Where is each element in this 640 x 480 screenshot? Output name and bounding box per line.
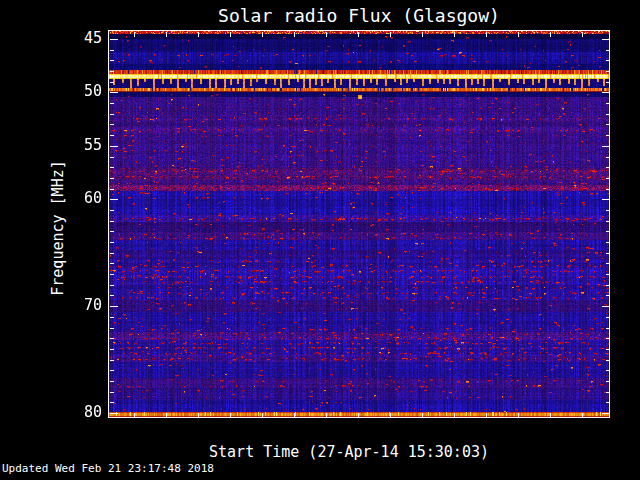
chart-title: Solar radio Flux (Glasgow): [108, 5, 610, 26]
x-axis-label: Start Time (27-Apr-14 15:30:03): [98, 443, 600, 461]
tick-mark: [166, 413, 167, 418]
tick-mark: [110, 103, 114, 104]
y-tick-label: 45: [56, 30, 102, 46]
tick-mark: [606, 135, 610, 136]
tick-mark: [110, 178, 114, 179]
y-tick-label: 60: [56, 190, 102, 206]
spectrogram-canvas: [109, 31, 609, 417]
tick-mark: [606, 274, 610, 275]
tick-mark: [606, 60, 610, 61]
tick-mark: [390, 32, 391, 37]
tick-mark: [110, 167, 114, 168]
tick-mark: [326, 32, 327, 37]
tick-mark: [294, 32, 295, 37]
tick-mark: [390, 413, 391, 418]
tick-mark: [326, 413, 327, 418]
tick-mark: [606, 103, 610, 104]
tick-mark: [582, 32, 583, 37]
tick-mark: [606, 253, 610, 254]
tick-mark: [454, 413, 455, 418]
tick-mark: [422, 32, 423, 37]
tick-mark: [358, 32, 359, 37]
tick-mark: [198, 32, 199, 37]
tick-mark: [110, 135, 114, 136]
tick-mark: [110, 263, 114, 264]
tick-mark: [486, 413, 487, 418]
tick-mark: [606, 82, 610, 83]
tick-mark: [422, 413, 423, 418]
tick-mark: [110, 370, 114, 371]
tick-mark: [110, 124, 114, 125]
tick-mark: [110, 328, 114, 329]
tick-mark: [606, 242, 610, 243]
tick-mark: [606, 263, 610, 264]
tick-mark: [134, 413, 135, 418]
tick-mark: [294, 413, 295, 418]
tick-mark: [606, 50, 610, 51]
tick-mark: [606, 285, 610, 286]
updated-timestamp: Updated Wed Feb 21 23:17:48 2018: [2, 462, 214, 475]
tick-mark: [110, 295, 114, 296]
tick-mark: [110, 189, 114, 190]
tick-mark: [606, 167, 610, 168]
tick-mark: [606, 71, 610, 72]
tick-mark: [110, 210, 114, 211]
tick-mark: [602, 92, 610, 93]
plot-area: [108, 30, 610, 418]
spectrogram-page: { "page": { "background": "#000000", "fr…: [0, 0, 640, 480]
tick-mark: [602, 199, 610, 200]
tick-mark: [606, 402, 610, 403]
tick-mark: [110, 50, 114, 51]
tick-mark: [110, 114, 114, 115]
tick-mark: [110, 285, 114, 286]
tick-mark: [110, 274, 114, 275]
tick-mark: [262, 32, 263, 37]
tick-mark: [110, 349, 114, 350]
tick-mark: [198, 413, 199, 418]
tick-mark: [606, 157, 610, 158]
tick-mark: [582, 413, 583, 418]
y-tick-label: 70: [56, 297, 102, 313]
tick-mark: [606, 231, 610, 232]
tick-mark: [110, 60, 114, 61]
y-tick-label: 50: [56, 83, 102, 99]
tick-mark: [110, 392, 114, 393]
tick-mark: [602, 413, 610, 414]
tick-mark: [110, 306, 118, 307]
tick-mark: [110, 338, 114, 339]
tick-mark: [262, 413, 263, 418]
tick-mark: [134, 32, 135, 37]
y-axis-label: Frequency [MHz]: [49, 160, 67, 295]
tick-mark: [230, 32, 231, 37]
tick-mark: [606, 178, 610, 179]
tick-mark: [606, 295, 610, 296]
tick-mark: [358, 413, 359, 418]
tick-mark: [110, 253, 114, 254]
tick-mark: [606, 210, 610, 211]
tick-mark: [606, 381, 610, 382]
tick-mark: [230, 413, 231, 418]
tick-mark: [606, 370, 610, 371]
tick-mark: [606, 124, 610, 125]
tick-mark: [110, 231, 114, 232]
tick-mark: [110, 221, 114, 222]
tick-mark: [550, 32, 551, 37]
tick-mark: [110, 82, 114, 83]
tick-mark: [110, 146, 118, 147]
tick-mark: [454, 32, 455, 37]
tick-mark: [606, 392, 610, 393]
tick-mark: [606, 328, 610, 329]
tick-mark: [110, 402, 114, 403]
tick-mark: [602, 306, 610, 307]
tick-mark: [518, 32, 519, 37]
tick-mark: [110, 360, 114, 361]
tick-mark: [550, 413, 551, 418]
tick-mark: [110, 199, 118, 200]
tick-mark: [110, 157, 114, 158]
tick-mark: [606, 338, 610, 339]
y-tick-label: 55: [56, 137, 102, 153]
tick-mark: [166, 32, 167, 37]
tick-mark: [606, 360, 610, 361]
tick-mark: [110, 92, 118, 93]
tick-mark: [110, 317, 114, 318]
